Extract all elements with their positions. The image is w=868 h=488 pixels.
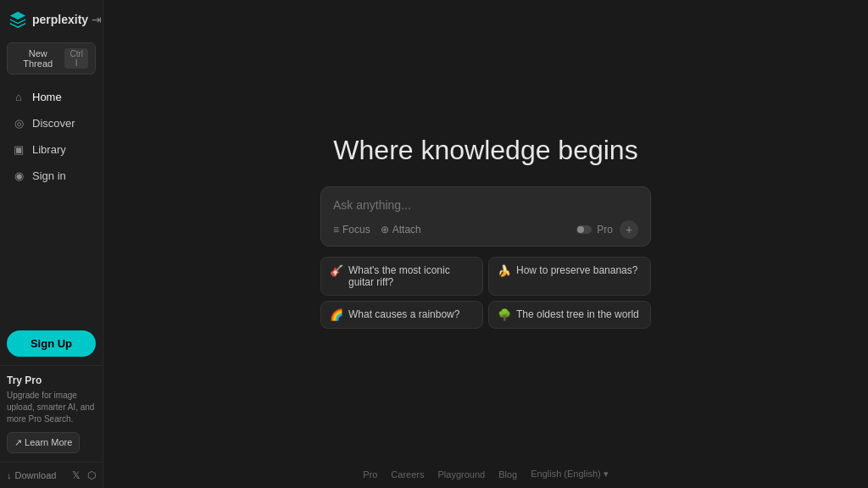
suggestion-card-1[interactable]: 🍌 How to preserve bananas? [488, 257, 651, 296]
nav-items: ⌂ Home ◎ Discover ▣ Library ◉ Sign in [0, 85, 103, 322]
suggestion-emoji-1: 🍌 [498, 264, 511, 277]
logo-area: perplexity [8, 10, 88, 29]
suggestion-emoji-3: 🌳 [498, 308, 511, 321]
home-icon: ⌂ [12, 91, 25, 103]
footer-link-blog[interactable]: Blog [498, 469, 517, 480]
footer-link-careers[interactable]: Careers [391, 469, 424, 480]
search-tools-right: Pro + [576, 220, 638, 239]
download-icon: ↓ [7, 470, 12, 480]
sidebar: perplexity ⇥ New Thread Ctrl I ⌂ Home ◎ … [0, 0, 103, 488]
search-toolbar: ≡ Focus ⊕ Attach Pro + [333, 220, 638, 239]
sidebar-bottom: Try Pro Upgrade for image upload, smarte… [0, 365, 103, 462]
suggestion-card-0[interactable]: 🎸 What's the most iconic guitar riff? [320, 257, 483, 296]
footer-link-playground[interactable]: Playground [437, 469, 485, 480]
pro-toggle[interactable]: Pro [576, 224, 613, 236]
search-tools-left: ≡ Focus ⊕ Attach [333, 224, 421, 236]
sidebar-item-signin[interactable]: ◉ Sign in [5, 164, 97, 188]
suggestion-card-3[interactable]: 🌳 The oldest tree in the world [488, 301, 651, 329]
footer-bar: Pro Careers Playground Blog English (Eng… [103, 469, 868, 480]
main-title: Where knowledge begins [333, 135, 637, 166]
search-input[interactable] [333, 198, 638, 212]
discord-icon[interactable]: ⬡ [87, 469, 96, 481]
sidebar-item-library[interactable]: ▣ Library [5, 137, 97, 162]
plus-button[interactable]: + [620, 220, 638, 239]
footer-link-language[interactable]: English (English) ▾ [531, 469, 609, 480]
toggle-switch[interactable] [576, 225, 592, 234]
sidebar-item-home[interactable]: ⌂ Home [5, 85, 97, 109]
learn-more-button[interactable]: ↗ Learn More [7, 432, 80, 453]
signin-icon: ◉ [12, 169, 25, 182]
library-icon: ▣ [12, 143, 25, 156]
sidebar-item-discover[interactable]: ◎ Discover [5, 111, 97, 136]
main-content: Where knowledge begins ≡ Focus ⊕ Attach … [103, 0, 868, 488]
perplexity-logo-icon [8, 10, 27, 29]
search-box: ≡ Focus ⊕ Attach Pro + [320, 186, 651, 247]
try-pro-description: Upgrade for image upload, smarter AI, an… [7, 390, 96, 425]
twitter-x-icon[interactable]: 𝕏 [72, 469, 81, 481]
suggestion-emoji-0: 🎸 [330, 264, 343, 277]
suggestions-grid: 🎸 What's the most iconic guitar riff? 🍌 … [320, 257, 651, 329]
focus-icon: ≡ [333, 224, 339, 236]
paperclip-icon: ⊕ [381, 224, 389, 236]
suggestion-emoji-2: 🌈 [330, 308, 343, 321]
try-pro-heading: Try Pro [7, 374, 96, 386]
suggestion-card-2[interactable]: 🌈 What causes a rainbow? [320, 301, 483, 329]
signup-button[interactable]: Sign Up [7, 330, 96, 357]
download-button[interactable]: ↓ Download [7, 470, 56, 480]
attach-button[interactable]: ⊕ Attach [381, 224, 421, 236]
focus-button[interactable]: ≡ Focus [333, 224, 370, 236]
logo-text: perplexity [32, 13, 88, 26]
discover-icon: ◎ [12, 117, 25, 130]
sidebar-footer: ↓ Download 𝕏 ⬡ [0, 462, 103, 488]
footer-link-pro[interactable]: Pro [363, 469, 377, 480]
sidebar-header: perplexity ⇥ [0, 0, 103, 39]
new-thread-button[interactable]: New Thread Ctrl I [7, 42, 96, 75]
social-icons: 𝕏 ⬡ [72, 469, 96, 481]
